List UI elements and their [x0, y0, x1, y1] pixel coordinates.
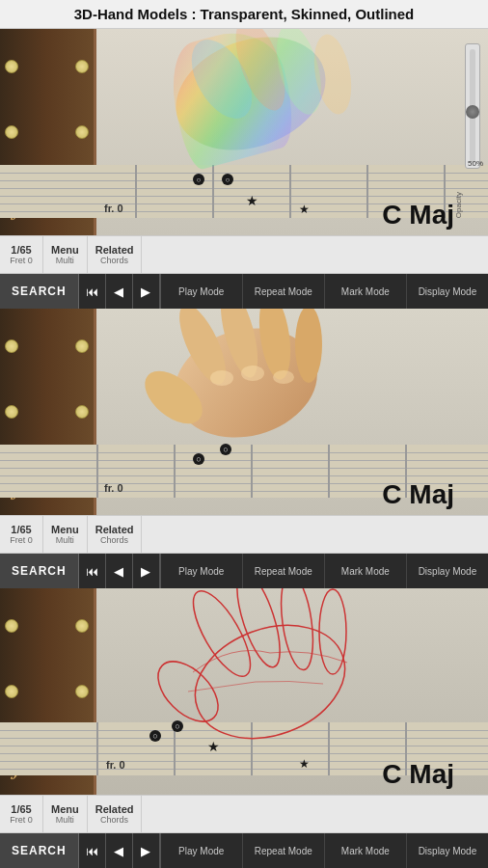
- nav-next-3[interactable]: ▶: [133, 833, 160, 868]
- fret-marker-1: ○: [193, 174, 204, 185]
- nav-next-1[interactable]: ▶: [133, 274, 160, 309]
- open-dot: ○: [220, 444, 231, 455]
- fret-marker-open-2: ○: [220, 444, 231, 455]
- nav-prev-2[interactable]: ◀: [106, 554, 133, 588]
- opacity-value: 50%: [468, 159, 483, 168]
- display-mode-btn-3[interactable]: Display Mode: [407, 833, 488, 868]
- chord-name-3: C Maj: [382, 759, 454, 790]
- open-marker: ○: [193, 174, 204, 185]
- repeat-mode-btn-1[interactable]: Repeat Mode: [243, 274, 325, 309]
- nav-prev-1[interactable]: ◀: [106, 274, 133, 309]
- svg-point-11: [210, 370, 233, 386]
- related-btn-3[interactable]: Related Chords: [88, 796, 143, 832]
- fret-text-2: Fret 0: [10, 535, 33, 545]
- search-btn-2[interactable]: SEARCH: [0, 554, 79, 588]
- star-marker-1: ★: [246, 193, 258, 208]
- star-icon: ★: [299, 757, 310, 771]
- guitar-section-2: 𝒇: [0, 309, 488, 588]
- star-s3-2: ★: [299, 757, 310, 771]
- related-btn-2[interactable]: Related Chords: [88, 516, 143, 553]
- fret-text-1: Fret 0: [10, 256, 33, 265]
- related-sub-1: Chords: [100, 256, 128, 265]
- position-btn-1[interactable]: 1/65 Fret 0: [0, 236, 43, 273]
- menu-btn-1[interactable]: Menu Multi: [43, 236, 88, 273]
- svg-point-18: [319, 589, 346, 674]
- position-text-1: 1/65: [11, 244, 31, 256]
- mark-mode-btn-3[interactable]: Mark Mode: [325, 833, 407, 868]
- fret-position-label-1: fr. 0: [104, 203, 123, 214]
- svg-point-14: [179, 606, 361, 758]
- position-text-3: 1/65: [11, 803, 31, 815]
- menu-sub-1: Multi: [56, 256, 74, 265]
- star-s3-1: ★: [207, 739, 220, 754]
- title-text: 3D-Hand Models : Transparent, Skinned, O…: [74, 6, 415, 22]
- control-bar-3: 1/65 Fret 0 Menu Multi Related Chords: [0, 795, 488, 833]
- play-mode-btn-3[interactable]: Play Mode: [161, 833, 243, 868]
- title-bar: 3D-Hand Models : Transparent, Skinned, O…: [0, 0, 488, 29]
- repeat-mode-btn-2[interactable]: Repeat Mode: [243, 554, 325, 588]
- mark-mode-btn-1[interactable]: Mark Mode: [325, 274, 407, 309]
- viewport-1: 𝒇: [0, 29, 488, 235]
- menu-sub-2: Multi: [56, 535, 74, 545]
- chord-name-2: C Maj: [382, 479, 454, 510]
- guitar-section-1: 𝒇: [0, 29, 488, 309]
- menu-sub-3: Multi: [56, 815, 74, 825]
- search-btn-1[interactable]: SEARCH: [0, 274, 79, 309]
- menu-label-1: Menu: [51, 244, 79, 256]
- fret-marker-s3-2: ○: [172, 720, 183, 732]
- svg-point-13: [273, 370, 294, 384]
- toolbar-3: SEARCH ⏮ ◀ ▶ Play Mode Repeat Mode Mark …: [0, 833, 488, 868]
- menu-btn-2[interactable]: Menu Multi: [43, 516, 88, 553]
- control-bar-2: 1/65 Fret 0 Menu Multi Related Chords: [0, 515, 488, 554]
- related-btn-1[interactable]: Related Chords: [88, 236, 143, 273]
- open-dot-3: ○: [149, 730, 161, 742]
- mark-mode-btn-2[interactable]: Mark Mode: [325, 554, 407, 588]
- nav-prev-3[interactable]: ◀: [106, 833, 133, 868]
- menu-label-3: Menu: [51, 803, 79, 815]
- open-dot: ○: [193, 453, 204, 465]
- nav-first-2[interactable]: ⏮: [79, 554, 106, 588]
- nav-btns-2: ⏮ ◀ ▶: [79, 554, 161, 588]
- related-sub-3: Chords: [100, 815, 128, 825]
- repeat-mode-btn-3[interactable]: Repeat Mode: [243, 833, 325, 868]
- svg-point-17: [276, 588, 318, 672]
- fret-marker-open-1: ○: [193, 453, 204, 465]
- opacity-thumb[interactable]: [466, 105, 479, 119]
- display-mode-btn-1[interactable]: Display Mode: [407, 274, 488, 309]
- opacity-track: [470, 49, 475, 163]
- fret-position-label-3: fr. 0: [106, 759, 125, 771]
- nav-next-2[interactable]: ▶: [133, 554, 160, 588]
- fret-marker-2: ○: [222, 174, 233, 185]
- play-mode-btn-1[interactable]: Play Mode: [161, 274, 243, 309]
- toolbar-2: SEARCH ⏮ ◀ ▶ Play Mode Repeat Mode Mark …: [0, 554, 488, 588]
- opacity-label: Opacity: [454, 192, 463, 218]
- display-mode-btn-2[interactable]: Display Mode: [407, 554, 488, 588]
- nav-first-3[interactable]: ⏮: [79, 833, 106, 868]
- play-mode-btn-2[interactable]: Play Mode: [161, 554, 243, 588]
- guitar-section-3: 𝒇: [0, 588, 488, 868]
- toolbar-1: SEARCH ⏮ ◀ ▶ Play Mode Repeat Mode Mark …: [0, 274, 488, 309]
- fret-position-label-2: fr. 0: [104, 482, 123, 494]
- related-sub-2: Chords: [100, 535, 128, 545]
- svg-point-9: [295, 309, 322, 383]
- position-btn-2[interactable]: 1/65 Fret 0: [0, 516, 43, 553]
- open-dot-3b: ○: [172, 720, 183, 732]
- control-bar-1: 1/65 Fret 0 Menu Multi Related Chords: [0, 235, 488, 274]
- opacity-slider-1[interactable]: [465, 43, 480, 169]
- viewport-3: 𝒇: [0, 588, 488, 795]
- mode-btns-1: Play Mode Repeat Mode Mark Mode Display …: [161, 274, 488, 309]
- viewport-2: 𝒇: [0, 309, 488, 515]
- mode-btns-3: Play Mode Repeat Mode Mark Mode Display …: [161, 833, 488, 868]
- search-btn-3[interactable]: SEARCH: [0, 833, 79, 868]
- open-marker: ○: [222, 174, 233, 185]
- star-icon: ★: [207, 739, 220, 754]
- position-btn-3[interactable]: 1/65 Fret 0: [0, 796, 43, 832]
- star-marker-2: ★: [299, 203, 310, 216]
- nav-btns-3: ⏮ ◀ ▶: [79, 833, 161, 868]
- mode-btns-2: Play Mode Repeat Mode Mark Mode Display …: [161, 554, 488, 588]
- menu-btn-3[interactable]: Menu Multi: [43, 796, 88, 832]
- menu-label-2: Menu: [51, 524, 79, 535]
- app-container: 3D-Hand Models : Transparent, Skinned, O…: [0, 0, 488, 868]
- nav-first-1[interactable]: ⏮: [79, 274, 106, 309]
- nav-btns-1: ⏮ ◀ ▶: [79, 274, 161, 309]
